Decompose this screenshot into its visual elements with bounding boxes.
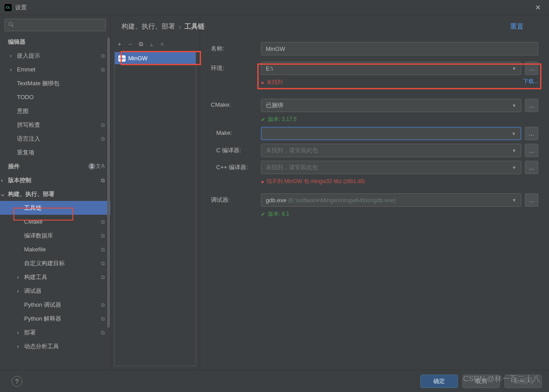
make-label: Make: — [211, 127, 261, 136]
stack-icon: ⧉ — [101, 246, 105, 253]
make-browse-button[interactable]: … — [525, 127, 538, 140]
cxx-combo[interactable]: 未找到，请安装此包 ▼ — [261, 161, 521, 174]
apply-button[interactable]: 应用(A) — [504, 375, 542, 388]
svg-point-0 — [9, 22, 13, 26]
tree-toolchains[interactable]: 工具链 — [0, 201, 110, 215]
svg-line-1 — [12, 25, 14, 27]
breadcrumb-root[interactable]: 构建、执行、部署 — [122, 22, 175, 31]
chevron-right-icon: › — [1, 177, 7, 183]
chevron-right-icon: › — [17, 343, 23, 350]
dialog-footer: ? 确定 取消 应用(A) — [0, 370, 549, 392]
stack-icon: ⧉ — [101, 67, 105, 73]
tree-item[interactable]: TextMate 捆绑包 — [0, 76, 110, 90]
tree-version-control[interactable]: ›版本控制⧉ — [0, 173, 110, 187]
chevron-right-icon: › — [10, 52, 16, 59]
toolchain-item-mingw[interactable]: GNU MinGW — [115, 52, 196, 64]
close-icon[interactable]: ✕ — [532, 2, 545, 13]
tree-build-root[interactable]: ⌵构建、执行、部署 — [0, 187, 110, 201]
cmake-combo[interactable]: 已捆绑 ▼ — [261, 99, 521, 112]
chevron-right-icon: › — [17, 274, 23, 280]
stack-icon: ⧉ — [101, 316, 105, 322]
plugins-count-badge: 1 — [88, 163, 95, 170]
tree-build-tools[interactable]: ›构建工具⧉ — [0, 270, 110, 284]
cmake-browse-button[interactable]: … — [525, 99, 538, 112]
chevron-down-icon: ⌵ — [1, 191, 7, 197]
tree-item[interactable]: ›Emmet⧉ — [0, 63, 110, 76]
stack-icon: ⧉ — [101, 260, 105, 267]
remove-button[interactable]: － — [125, 39, 135, 49]
add-button[interactable]: ＋ — [114, 39, 124, 49]
search-icon — [8, 21, 14, 28]
tree-dynamic-analysis[interactable]: ›动态分析工具 — [0, 339, 110, 353]
copy-button[interactable]: ⧉ — [136, 39, 146, 49]
gdb-value: gdb.exe — [266, 197, 286, 204]
settings-tree[interactable]: 编辑器 ›嵌入提示⧉ ›Emmet⧉ TextMate 捆绑包 TODO 意图 … — [0, 35, 110, 370]
cancel-button[interactable]: 取消 — [462, 375, 500, 388]
tree-py-interpreter[interactable]: Python 解释器⧉ — [0, 312, 110, 325]
tree-cmake[interactable]: CMake⧉ — [0, 215, 110, 229]
gdb-version-status: ✔ 版本: 8.1 — [261, 210, 538, 218]
help-button[interactable]: ? — [12, 376, 22, 387]
error-icon: ● — [261, 79, 264, 86]
env-combo[interactable]: E:\ ▼ — [261, 62, 521, 75]
cxx-label: C++ 编译器: — [211, 161, 261, 171]
cmake-label: CMake: — [211, 99, 261, 108]
tree-item[interactable]: TODO — [0, 90, 110, 104]
name-input[interactable] — [261, 42, 538, 55]
tree-item[interactable]: 重复项 — [0, 146, 110, 159]
scrollbar-thumb[interactable] — [107, 38, 110, 328]
move-down-button[interactable]: ▼ — [157, 39, 167, 49]
toolchain-toolbar: ＋ － ⧉ ▲ ▼ — [111, 38, 200, 52]
cmake-value: 已捆绑 — [266, 101, 283, 109]
gdb-combo[interactable]: gdb.exe (E:\software\Mingw\mingw64\bin\g… — [261, 193, 521, 207]
stack-icon: ⧉ — [101, 136, 105, 142]
name-label: 名称: — [211, 42, 261, 53]
env-value: E:\ — [266, 65, 273, 72]
window-title: 设置 — [15, 4, 27, 12]
cc-browse-button[interactable]: … — [525, 144, 538, 157]
make-input[interactable] — [266, 130, 511, 137]
search-input[interactable] — [4, 19, 106, 31]
stack-icon: ⧉ — [101, 233, 105, 239]
stack-icon: ⧉ — [101, 53, 105, 59]
ok-button[interactable]: 确定 — [420, 375, 458, 388]
stack-icon: ⧉ — [101, 219, 105, 225]
check-icon: ✔ — [261, 211, 265, 217]
tree-py-debugger[interactable]: Python 调试器⧉ — [0, 298, 110, 312]
tree-item[interactable]: 语言注入⧉ — [0, 132, 110, 146]
app-icon: CL — [4, 4, 12, 11]
gdb-browse-button[interactable]: … — [525, 193, 538, 207]
tree-makefile[interactable]: Makefile⧉ — [0, 242, 110, 256]
stack-icon: ⧉ — [101, 329, 105, 336]
chevron-right-icon: › — [10, 66, 16, 73]
env-browse-button[interactable]: … — [525, 62, 538, 75]
tree-editor[interactable]: 编辑器 — [0, 35, 110, 49]
stack-icon: ⧉ — [101, 302, 105, 308]
toolchain-list[interactable]: GNU MinGW — [114, 52, 196, 366]
tree-item[interactable]: ›嵌入提示⧉ — [0, 49, 110, 63]
gdb-path: (E:\software\Mingw\mingw64\bin\gdb.exe) — [288, 197, 396, 204]
stack-icon: ⧉ — [101, 177, 105, 183]
cxx-browse-button[interactable]: … — [525, 161, 538, 174]
cc-combo[interactable]: 未找到，请安装此包 ▼ — [261, 144, 521, 157]
download-link[interactable]: 下载... — [523, 78, 538, 86]
check-icon: ✔ — [261, 117, 265, 123]
toolchain-item-label: MinGW — [128, 55, 147, 62]
tree-item[interactable]: 拼写检查⧉ — [0, 118, 110, 132]
tree-plugins[interactable]: 插件 1 文A — [0, 159, 110, 173]
chevron-down-icon: ▼ — [512, 148, 516, 153]
toolchain-column: 构建、执行、部署 › 工具链 重置 ＋ － ⧉ ▲ ▼ GNU MinGW — [111, 15, 200, 370]
env-label: 环境: — [211, 62, 261, 72]
settings-sidebar: 编辑器 ›嵌入提示⧉ ›Emmet⧉ TextMate 捆绑包 TODO 意图 … — [0, 15, 111, 370]
tree-deployment[interactable]: ›部署⧉ — [0, 325, 110, 339]
move-up-button[interactable]: ▲ — [147, 39, 156, 49]
tree-compdb[interactable]: 编译数据库⧉ — [0, 229, 110, 242]
tree-item[interactable]: 意图 — [0, 104, 110, 118]
error-icon: ● — [261, 179, 264, 185]
tree-debugger[interactable]: ›调试器 — [0, 284, 110, 298]
chevron-right-icon: › — [17, 329, 23, 336]
make-combo[interactable]: ▼ — [261, 127, 521, 140]
tree-custom-build[interactable]: 自定义构建目标⧉ — [0, 256, 110, 270]
cc-placeholder: 未找到，请安装此包 — [266, 146, 318, 154]
chevron-right-icon: › — [17, 288, 23, 294]
